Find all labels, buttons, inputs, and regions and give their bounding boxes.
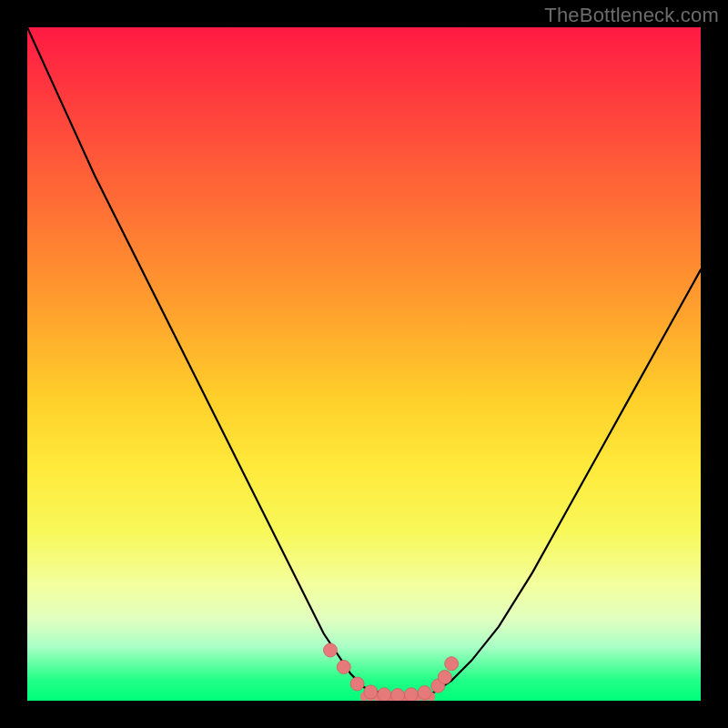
right-branch-line [431, 269, 701, 693]
data-marker [337, 661, 350, 674]
chart-frame: TheBottleneck.com [0, 0, 728, 728]
data-marker [324, 643, 338, 657]
data-marker [378, 688, 391, 701]
data-marker [438, 671, 451, 684]
marker-points [324, 643, 459, 701]
chart-svg [27, 27, 701, 701]
watermark-text: TheBottleneck.com [544, 4, 719, 27]
data-marker [391, 689, 405, 701]
data-marker [445, 657, 459, 671]
plot-area [27, 27, 701, 701]
left-branch-line [27, 27, 384, 694]
data-marker [418, 686, 431, 700]
data-marker [350, 677, 364, 691]
data-marker [404, 688, 418, 701]
data-marker [364, 685, 378, 699]
